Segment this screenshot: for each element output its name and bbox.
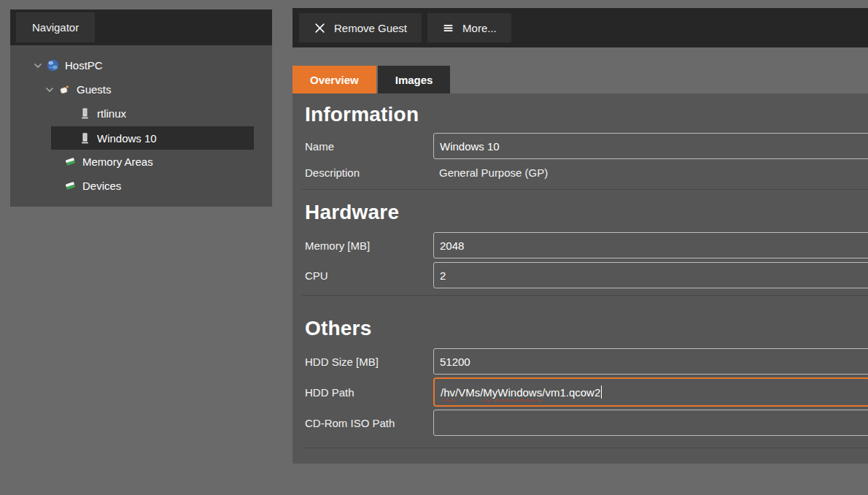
tree-item-label: Devices <box>82 180 121 192</box>
memory-label: Memory [MB] <box>305 239 433 252</box>
menu-icon <box>442 22 454 34</box>
description-value: General Purpose (GP) <box>433 166 548 179</box>
cpu-input[interactable]: 2 <box>433 262 868 288</box>
hdd-path-row: HDD Path /hv/VMs/MyWindows/vm1.qcow2 <box>305 377 868 407</box>
plug-icon <box>58 83 71 96</box>
vm-icon <box>79 107 91 120</box>
text-cursor <box>601 385 602 399</box>
memory-input[interactable]: 2048 <box>433 232 868 258</box>
memory-input-value: 2048 <box>440 239 464 252</box>
device-chip-icon <box>64 180 77 192</box>
chevron-down-icon[interactable] <box>44 84 58 96</box>
cpu-input-value: 2 <box>440 269 446 282</box>
tree-item-windows10[interactable]: Windows 10 <box>51 126 254 150</box>
remove-guest-button[interactable]: Remove Guest <box>299 13 422 42</box>
tab-overview[interactable]: Overview <box>292 66 376 93</box>
cdrom-row: CD-Rom ISO Path <box>305 410 868 436</box>
description-label: Description <box>305 166 433 179</box>
hardware-section-title: Hardware <box>305 200 868 225</box>
cdrom-input[interactable] <box>433 410 868 436</box>
name-input[interactable]: Windows 10 <box>433 133 868 159</box>
navigator-tree: HostPC Guests rtlinux <box>10 45 272 207</box>
tree-item-hostpc[interactable]: HostPC <box>10 53 272 77</box>
hdd-size-input-value: 51200 <box>440 356 470 368</box>
chevron-down-icon[interactable] <box>32 60 47 72</box>
vm-icon <box>79 132 91 145</box>
hdd-size-label: HDD Size [MB] <box>305 356 433 368</box>
name-row: Name Windows 10 <box>305 133 868 159</box>
others-section-title: Others <box>305 316 868 341</box>
hdd-path-input[interactable]: /hv/VMs/MyWindows/vm1.qcow2 <box>433 377 868 407</box>
memory-chip-icon <box>64 156 77 168</box>
navigator-header: Navigator <box>10 9 272 45</box>
more-label: More... <box>462 22 497 34</box>
tree-item-label: Memory Areas <box>82 156 153 168</box>
overview-panel: Information Name Windows 10 Description … <box>292 93 868 464</box>
more-button[interactable]: More... <box>427 13 511 42</box>
tree-item-label: rtlinux <box>97 107 126 120</box>
toolbar: Remove Guest More... <box>292 8 868 47</box>
section-divider <box>302 189 868 190</box>
navigator-panel: Navigator HostPC <box>10 9 272 207</box>
cdrom-label: CD-Rom ISO Path <box>305 417 433 429</box>
tree-item-memory-areas[interactable]: Memory Areas <box>10 150 272 174</box>
tab-bar: Overview Images <box>292 66 450 93</box>
tree-item-guests[interactable]: Guests <box>10 77 272 101</box>
tab-overview-label: Overview <box>310 74 359 86</box>
hdd-size-input[interactable]: 51200 <box>433 348 868 375</box>
tab-images[interactable]: Images <box>378 66 451 93</box>
tab-images-label: Images <box>395 74 433 86</box>
navigator-title: Navigator <box>32 21 79 34</box>
memory-row: Memory [MB] 2048 <box>305 232 868 258</box>
tree-item-label: HostPC <box>65 59 103 72</box>
remove-guest-label: Remove Guest <box>334 22 407 34</box>
cpu-row: CPU 2 <box>305 262 868 288</box>
hdd-size-row: HDD Size [MB] 51200 <box>305 348 868 375</box>
hdd-path-input-value: /hv/VMs/MyWindows/vm1.qcow2 <box>441 386 600 399</box>
tree-item-label: Windows 10 <box>97 132 157 145</box>
tree-item-devices[interactable]: Devices <box>10 174 272 198</box>
hdd-path-label: HDD Path <box>305 386 433 399</box>
cpu-label: CPU <box>305 269 433 282</box>
section-divider <box>302 448 868 448</box>
globe-icon <box>47 59 59 72</box>
name-input-value: Windows 10 <box>440 140 500 153</box>
information-section-title: Information <box>305 102 868 127</box>
navigator-tab[interactable]: Navigator <box>16 12 95 42</box>
close-icon <box>314 22 326 34</box>
section-divider <box>302 295 868 296</box>
tree-item-label: Guests <box>77 83 112 96</box>
tree-item-rtlinux[interactable]: rtlinux <box>10 101 272 126</box>
name-label: Name <box>305 140 433 153</box>
description-row: Description General Purpose (GP) <box>305 166 868 179</box>
